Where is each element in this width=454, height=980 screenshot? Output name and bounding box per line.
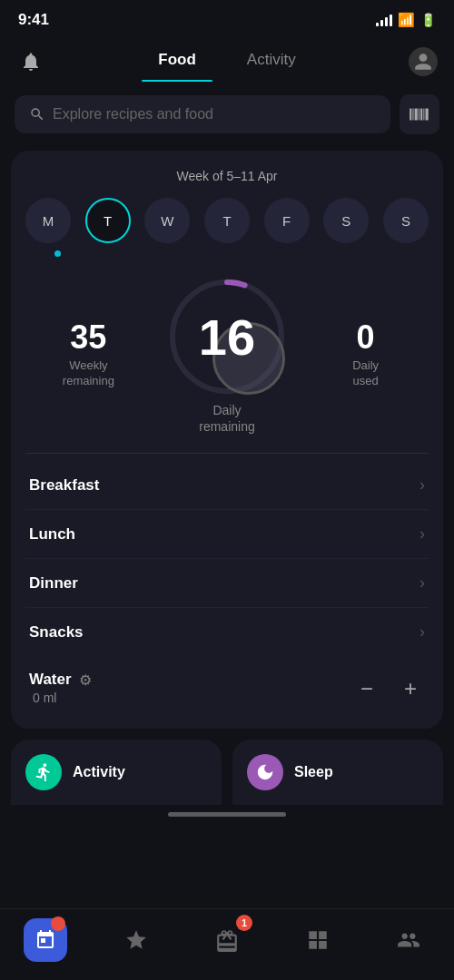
- nav-grid[interactable]: [296, 918, 340, 962]
- home-indicator: [168, 812, 286, 817]
- calorie-ring: 16: [163, 273, 291, 400]
- nav-star[interactable]: [114, 918, 158, 962]
- meal-breakfast-label: Breakfast: [29, 476, 100, 495]
- day-tuesday[interactable]: T: [85, 198, 131, 243]
- day-thursday[interactable]: T: [204, 198, 250, 243]
- barcode-icon: [408, 103, 431, 126]
- meal-dinner[interactable]: Dinner ›: [25, 559, 429, 608]
- chevron-dinner-icon: ›: [419, 573, 425, 593]
- chevron-breakfast-icon: ›: [419, 475, 425, 495]
- daily-used-label: Dailyused: [302, 358, 429, 389]
- bell-button[interactable]: [15, 45, 47, 78]
- day-saturday[interactable]: S: [323, 198, 369, 243]
- water-section: Water ⚙ 0 ml: [29, 671, 92, 707]
- signal-icon: [376, 14, 392, 26]
- search-section: Explore recipes and food: [0, 82, 454, 147]
- chevron-lunch-icon: ›: [419, 524, 425, 544]
- nav-people[interactable]: [387, 918, 430, 962]
- water-label: Water: [29, 671, 72, 689]
- water-decrease-button[interactable]: −: [352, 674, 381, 703]
- activity-card-label: Activity: [73, 764, 125, 780]
- nav-gift[interactable]: 1: [205, 918, 249, 962]
- meal-lunch-label: Lunch: [29, 525, 75, 544]
- main-card: Week of 5–11 Apr M T W T F S S 35 Weekly…: [11, 151, 443, 729]
- sleep-card-preview[interactable]: Sleep: [232, 740, 443, 805]
- day-sunday[interactable]: S: [383, 198, 429, 243]
- sleep-icon: [247, 754, 283, 790]
- daily-used-value: 0: [302, 319, 429, 356]
- water-left: Water ⚙ 0 ml: [29, 671, 92, 707]
- barcode-button[interactable]: [400, 94, 439, 134]
- meal-section: Breakfast › Lunch › Dinner › Snacks ›: [25, 453, 429, 656]
- meal-snacks-label: Snacks: [29, 623, 84, 642]
- weekly-value: 35: [25, 319, 152, 356]
- day-wednesday[interactable]: W: [144, 198, 190, 243]
- search-placeholder: Explore recipes and food: [53, 106, 213, 122]
- gift-badge: 1: [236, 915, 252, 931]
- activity-icon: [25, 754, 62, 790]
- day-dots: [25, 250, 429, 257]
- water-amount: 0 ml: [29, 689, 92, 707]
- gear-icon[interactable]: ⚙: [79, 671, 92, 689]
- day-monday[interactable]: M: [25, 198, 71, 243]
- daily-remaining-value: 16: [199, 308, 255, 367]
- stats-section: 35 Weeklyremaining 16 Dailyremaining 0 D…: [25, 264, 429, 453]
- daily-remaining-label: Dailyremaining: [199, 402, 254, 435]
- nav-tabs: Food Activity: [47, 42, 407, 82]
- weekly-label: Weeklyremaining: [25, 358, 152, 389]
- star-icon: [114, 918, 158, 962]
- water-increase-button[interactable]: +: [396, 674, 425, 703]
- meal-breakfast[interactable]: Breakfast ›: [25, 461, 429, 510]
- chevron-snacks-icon: ›: [419, 622, 425, 642]
- grid-icon: [296, 918, 340, 962]
- water-controls: − +: [352, 674, 425, 703]
- people-icon: [387, 918, 430, 962]
- meal-snacks[interactable]: Snacks ›: [25, 608, 429, 656]
- status-bar: 9:41 📶 🔋: [0, 0, 454, 34]
- status-time: 9:41: [18, 11, 49, 29]
- meal-dinner-label: Dinner: [29, 574, 78, 593]
- activity-card-preview[interactable]: Activity: [11, 740, 222, 805]
- sleep-card-label: Sleep: [294, 764, 333, 780]
- water-row: Water ⚙ 0 ml − +: [25, 656, 429, 707]
- header-nav: Food Activity: [0, 34, 454, 82]
- active-day-dot: [54, 250, 61, 257]
- bottom-nav: 1: [0, 908, 454, 980]
- day-row: M T W T F S S: [25, 198, 429, 243]
- week-label: Week of 5–11 Apr: [25, 169, 429, 183]
- status-icons: 📶 🔋: [376, 12, 436, 28]
- profile-button[interactable]: [407, 45, 439, 78]
- weekly-stat: 35 Weeklyremaining: [25, 319, 152, 389]
- bottom-cards-preview: Activity Sleep: [11, 740, 443, 805]
- search-bar[interactable]: Explore recipes and food: [15, 95, 390, 133]
- tab-activity[interactable]: Activity: [222, 42, 321, 82]
- search-icon: [29, 106, 45, 122]
- daily-stat-center: 16 Dailyremaining: [152, 273, 303, 435]
- nav-calendar[interactable]: [24, 918, 67, 962]
- day-friday[interactable]: F: [264, 198, 310, 243]
- battery-icon: 🔋: [420, 13, 436, 27]
- wifi-icon: 📶: [398, 12, 415, 28]
- daily-used-stat: 0 Dailyused: [302, 319, 429, 389]
- meal-lunch[interactable]: Lunch ›: [25, 510, 429, 559]
- tab-food[interactable]: Food: [133, 42, 222, 82]
